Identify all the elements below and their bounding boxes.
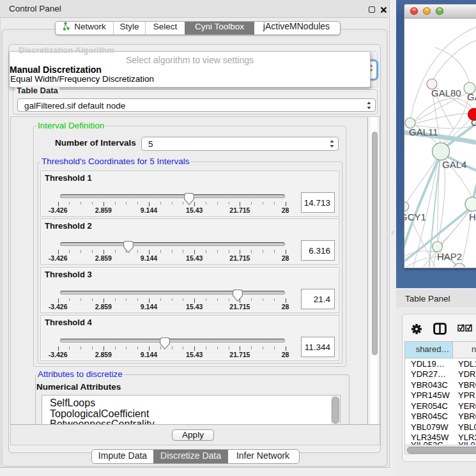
svg-text:CD: CD — [471, 117, 476, 128]
svg-text:HI: HI — [469, 211, 476, 222]
svg-text:GAL4: GAL4 — [442, 159, 466, 170]
svg-text:HAP2: HAP2 — [437, 251, 462, 262]
svg-text:GAL11: GAL11 — [409, 127, 438, 137]
svg-text:GCY1: GCY1 — [404, 211, 426, 222]
svg-text:GA: GA — [467, 91, 476, 102]
svg-text:GAL80: GAL80 — [431, 88, 461, 98]
